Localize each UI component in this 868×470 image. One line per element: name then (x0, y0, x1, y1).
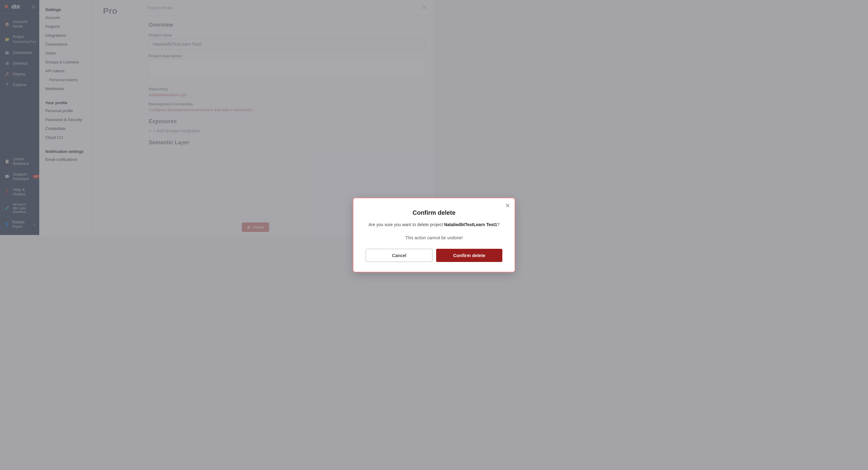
modal-body: Are you sure you want to delete project … (366, 221, 434, 228)
modal-body-text: Are you sure you want to delete project (368, 222, 434, 227)
modal-overlay: ✕ Confirm delete Are you sure you want t… (93, 0, 434, 235)
modal-title: Confirm delete (366, 209, 434, 216)
app-root: ✕ dbt ⊟ 🏠 Account home 📁 ProjectNatalieN… (0, 0, 434, 235)
confirm-delete-modal: ✕ Confirm delete Are you sure you want t… (353, 198, 434, 235)
main-area: Pro Project details ✕ Overview Project n… (93, 0, 434, 235)
